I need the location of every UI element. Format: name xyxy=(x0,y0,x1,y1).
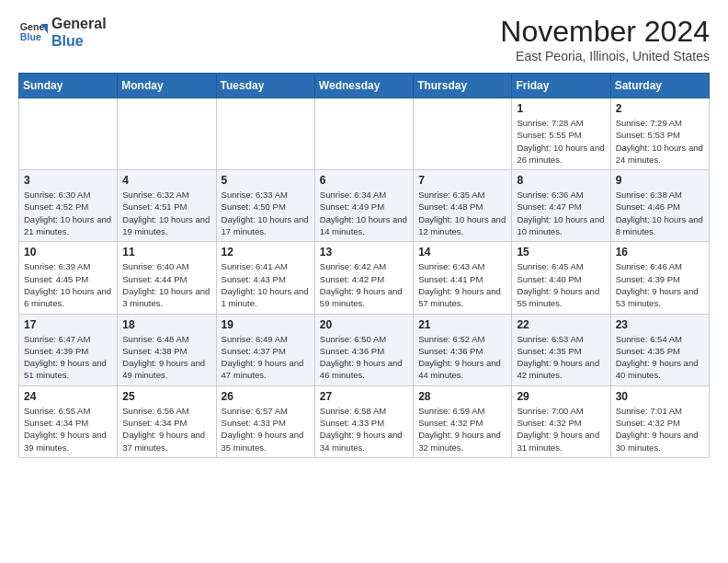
day-info: Sunrise: 6:43 AM Sunset: 4:41 PM Dayligh… xyxy=(418,260,506,309)
day-number: 10 xyxy=(24,246,112,259)
day-number: 7 xyxy=(418,174,506,187)
calendar-cell: 27Sunrise: 6:58 AM Sunset: 4:33 PM Dayli… xyxy=(314,385,413,457)
logo-general-text: General xyxy=(51,15,107,32)
day-info: Sunrise: 6:32 AM Sunset: 4:51 PM Dayligh… xyxy=(122,189,210,237)
day-number: 23 xyxy=(616,318,704,331)
calendar-cell: 1Sunrise: 7:28 AM Sunset: 5:55 PM Daylig… xyxy=(512,98,610,170)
day-number: 24 xyxy=(24,390,112,403)
day-number: 15 xyxy=(517,246,605,259)
day-number: 18 xyxy=(122,318,210,331)
page-subtitle: East Peoria, Illinois, United States xyxy=(500,49,710,63)
calendar-cell: 19Sunrise: 6:49 AM Sunset: 4:37 PM Dayli… xyxy=(216,314,314,385)
page-title: November 2024 xyxy=(500,15,710,49)
day-info: Sunrise: 6:35 AM Sunset: 4:48 PM Dayligh… xyxy=(418,189,506,237)
day-number: 6 xyxy=(320,174,408,187)
calendar-cell: 9Sunrise: 6:38 AM Sunset: 4:46 PM Daylig… xyxy=(610,170,709,242)
day-number: 1 xyxy=(517,102,605,115)
header-wednesday: Wednesday xyxy=(314,74,413,98)
calendar-cell: 4Sunrise: 6:32 AM Sunset: 4:51 PM Daylig… xyxy=(118,170,216,242)
day-info: Sunrise: 6:56 AM Sunset: 4:34 PM Dayligh… xyxy=(122,405,210,454)
day-number: 29 xyxy=(517,390,605,403)
week-row-4: 17Sunrise: 6:47 AM Sunset: 4:39 PM Dayli… xyxy=(19,314,710,385)
day-info: Sunrise: 6:45 AM Sunset: 4:40 PM Dayligh… xyxy=(517,260,605,309)
day-info: Sunrise: 6:34 AM Sunset: 4:49 PM Dayligh… xyxy=(320,189,408,237)
day-number: 14 xyxy=(418,246,506,259)
calendar-cell: 17Sunrise: 6:47 AM Sunset: 4:39 PM Dayli… xyxy=(19,314,118,385)
day-info: Sunrise: 6:42 AM Sunset: 4:42 PM Dayligh… xyxy=(320,260,408,309)
day-number: 9 xyxy=(616,174,704,187)
day-number: 13 xyxy=(320,246,408,259)
header-sunday: Sunday xyxy=(19,74,118,98)
day-number: 17 xyxy=(24,318,112,331)
logo-icon: General Blue xyxy=(18,17,48,47)
day-info: Sunrise: 6:58 AM Sunset: 4:33 PM Dayligh… xyxy=(320,405,408,454)
day-number: 21 xyxy=(418,318,506,331)
calendar-cell: 10Sunrise: 6:39 AM Sunset: 4:45 PM Dayli… xyxy=(19,242,118,314)
title-block: November 2024 East Peoria, Illinois, Uni… xyxy=(500,15,710,63)
day-info: Sunrise: 6:53 AM Sunset: 4:35 PM Dayligh… xyxy=(517,333,605,382)
day-info: Sunrise: 7:28 AM Sunset: 5:55 PM Dayligh… xyxy=(517,117,605,166)
day-number: 8 xyxy=(517,174,605,187)
calendar-cell: 26Sunrise: 6:57 AM Sunset: 4:33 PM Dayli… xyxy=(216,385,314,457)
calendar-table: SundayMondayTuesdayWednesdayThursdayFrid… xyxy=(18,73,710,458)
day-info: Sunrise: 6:57 AM Sunset: 4:33 PM Dayligh… xyxy=(222,405,310,454)
calendar-cell: 22Sunrise: 6:53 AM Sunset: 4:35 PM Dayli… xyxy=(512,314,610,385)
day-number: 12 xyxy=(222,246,310,259)
day-info: Sunrise: 6:30 AM Sunset: 4:52 PM Dayligh… xyxy=(24,189,112,237)
day-info: Sunrise: 6:52 AM Sunset: 4:36 PM Dayligh… xyxy=(418,333,506,382)
calendar-cell: 7Sunrise: 6:35 AM Sunset: 4:48 PM Daylig… xyxy=(414,170,512,242)
page: General Blue General Blue November 2024 … xyxy=(0,0,728,473)
day-number: 26 xyxy=(222,390,310,403)
calendar-header-row: SundayMondayTuesdayWednesdayThursdayFrid… xyxy=(19,74,710,98)
week-row-5: 24Sunrise: 6:55 AM Sunset: 4:34 PM Dayli… xyxy=(19,385,710,457)
day-info: Sunrise: 7:01 AM Sunset: 4:32 PM Dayligh… xyxy=(616,405,704,454)
header: General Blue General Blue November 2024 … xyxy=(18,15,710,63)
calendar-cell: 8Sunrise: 6:36 AM Sunset: 4:47 PM Daylig… xyxy=(512,170,610,242)
week-row-2: 3Sunrise: 6:30 AM Sunset: 4:52 PM Daylig… xyxy=(19,170,710,242)
calendar-cell: 3Sunrise: 6:30 AM Sunset: 4:52 PM Daylig… xyxy=(19,170,118,242)
svg-text:Blue: Blue xyxy=(20,31,41,42)
day-number: 30 xyxy=(616,390,704,403)
calendar-cell: 25Sunrise: 6:56 AM Sunset: 4:34 PM Dayli… xyxy=(118,385,216,457)
calendar-cell: 20Sunrise: 6:50 AM Sunset: 4:36 PM Dayli… xyxy=(314,314,413,385)
day-info: Sunrise: 6:39 AM Sunset: 4:45 PM Dayligh… xyxy=(24,260,112,309)
logo-blue-text: Blue xyxy=(51,32,107,50)
header-tuesday: Tuesday xyxy=(216,74,314,98)
day-info: Sunrise: 6:38 AM Sunset: 4:46 PM Dayligh… xyxy=(616,189,704,237)
week-row-3: 10Sunrise: 6:39 AM Sunset: 4:45 PM Dayli… xyxy=(19,242,710,314)
header-friday: Friday xyxy=(512,74,610,98)
day-number: 5 xyxy=(222,174,310,187)
day-number: 28 xyxy=(418,390,506,403)
calendar-cell: 28Sunrise: 6:59 AM Sunset: 4:32 PM Dayli… xyxy=(414,385,512,457)
day-number: 3 xyxy=(24,174,112,187)
header-saturday: Saturday xyxy=(610,74,709,98)
day-info: Sunrise: 6:59 AM Sunset: 4:32 PM Dayligh… xyxy=(418,405,506,454)
week-row-1: 1Sunrise: 7:28 AM Sunset: 5:55 PM Daylig… xyxy=(19,98,710,170)
day-info: Sunrise: 6:48 AM Sunset: 4:38 PM Dayligh… xyxy=(122,333,210,382)
day-info: Sunrise: 7:29 AM Sunset: 5:53 PM Dayligh… xyxy=(616,117,704,166)
calendar-cell: 13Sunrise: 6:42 AM Sunset: 4:42 PM Dayli… xyxy=(314,242,413,314)
day-info: Sunrise: 7:00 AM Sunset: 4:32 PM Dayligh… xyxy=(517,405,605,454)
day-number: 2 xyxy=(616,102,704,115)
calendar-cell xyxy=(118,98,216,170)
calendar-cell: 12Sunrise: 6:41 AM Sunset: 4:43 PM Dayli… xyxy=(216,242,314,314)
calendar-cell xyxy=(414,98,512,170)
day-number: 19 xyxy=(222,318,310,331)
calendar-cell: 29Sunrise: 7:00 AM Sunset: 4:32 PM Dayli… xyxy=(512,385,610,457)
calendar-cell: 23Sunrise: 6:54 AM Sunset: 4:35 PM Dayli… xyxy=(610,314,709,385)
calendar-cell: 16Sunrise: 6:46 AM Sunset: 4:39 PM Dayli… xyxy=(610,242,709,314)
day-info: Sunrise: 6:40 AM Sunset: 4:44 PM Dayligh… xyxy=(122,260,210,309)
calendar-cell: 21Sunrise: 6:52 AM Sunset: 4:36 PM Dayli… xyxy=(414,314,512,385)
calendar-cell xyxy=(314,98,413,170)
day-number: 22 xyxy=(517,318,605,331)
day-info: Sunrise: 6:33 AM Sunset: 4:50 PM Dayligh… xyxy=(222,189,310,237)
day-info: Sunrise: 6:55 AM Sunset: 4:34 PM Dayligh… xyxy=(24,405,112,454)
header-thursday: Thursday xyxy=(414,74,512,98)
calendar-cell: 11Sunrise: 6:40 AM Sunset: 4:44 PM Dayli… xyxy=(118,242,216,314)
day-number: 27 xyxy=(320,390,408,403)
day-info: Sunrise: 6:36 AM Sunset: 4:47 PM Dayligh… xyxy=(517,189,605,237)
day-info: Sunrise: 6:49 AM Sunset: 4:37 PM Dayligh… xyxy=(222,333,310,382)
day-info: Sunrise: 6:46 AM Sunset: 4:39 PM Dayligh… xyxy=(616,260,704,309)
calendar-cell: 14Sunrise: 6:43 AM Sunset: 4:41 PM Dayli… xyxy=(414,242,512,314)
calendar-cell: 30Sunrise: 7:01 AM Sunset: 4:32 PM Dayli… xyxy=(610,385,709,457)
